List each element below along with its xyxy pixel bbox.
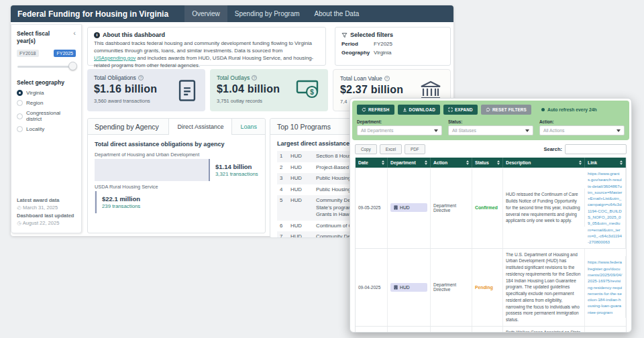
page-title: Federal Funding for Housing in Virginia: [11, 5, 175, 22]
tab-spending-by-program[interactable]: Spending by Program: [227, 5, 307, 22]
radio-selected-icon[interactable]: [17, 90, 23, 96]
cell-date: 08-21-2025: [356, 327, 388, 333]
slider-handle[interactable]: [68, 62, 77, 70]
reset-filters-button[interactable]: RESET FILTERS: [481, 105, 531, 115]
table-row[interactable]: 09-04-2025 HUD Department Directive Pend…: [356, 249, 626, 327]
filter-sidebar: Select fiscal year(s) ‹ FY2018 FY2025 Se…: [11, 24, 82, 233]
refresh-button[interactable]: REFRESH: [357, 105, 394, 115]
cell-status: Confirmed: [472, 168, 503, 248]
column-department[interactable]: Department: [388, 158, 431, 168]
table-row[interactable]: 08-21-2025 Agriculture Secretary Action …: [356, 327, 626, 333]
help-icon[interactable]: ?: [252, 75, 257, 80]
expand-button[interactable]: EXPAND: [443, 105, 478, 115]
sort-icon[interactable]: [579, 160, 582, 165]
bar-hud-transactions: 3,321 transactions: [215, 171, 258, 177]
radio-icon[interactable]: [17, 126, 23, 132]
chevron-down-icon: [434, 129, 438, 132]
sidebar-footer: Latest award data ◴ March 31, 2025 Dashb…: [17, 196, 74, 228]
cell-department: HUD: [388, 168, 431, 248]
chevron-down-icon: [616, 129, 621, 132]
tab-about-the-data[interactable]: About the Data: [307, 5, 367, 22]
usaspending-link[interactable]: USAspending.gov: [94, 55, 136, 61]
geography-option-locality[interactable]: Locality: [17, 126, 76, 132]
sort-icon[interactable]: [466, 160, 469, 165]
latest-award-date: March 31, 2025: [23, 205, 58, 211]
agency-chart-subtitle: Total direct assistance obligations by a…: [95, 141, 258, 148]
status-select[interactable]: All Statuses: [448, 125, 533, 135]
filter-period-row: Period FY2025: [341, 41, 444, 47]
help-icon[interactable]: ?: [384, 76, 390, 81]
actions-tracker-overlay: REFRESH DOWNLOAD EXPAND RESET FILTERS Au…: [350, 98, 632, 333]
cell-link[interactable]: https://www.grants.gov/search-results-de…: [585, 168, 626, 248]
radio-icon[interactable]: [17, 113, 23, 119]
cell-action: Secretary Action: [431, 327, 472, 333]
pdf-button[interactable]: PDF: [405, 144, 425, 154]
sort-icon[interactable]: [620, 160, 623, 165]
radio-icon[interactable]: [17, 100, 23, 106]
copy-button[interactable]: Copy: [355, 144, 377, 154]
column-link[interactable]: Link: [585, 158, 626, 168]
fiscal-year-slider[interactable]: [17, 62, 76, 71]
cell-description: The U.S. Department of Housing and Urban…: [503, 249, 585, 326]
action-select[interactable]: All Actions: [539, 125, 625, 135]
bar-label-hud: Department of Housing and Urban Developm…: [95, 152, 258, 158]
building-icon: [394, 205, 398, 210]
auto-refresh-indicator: Auto refresh every 24h: [541, 107, 597, 112]
cell-status: Confirmed: [472, 327, 503, 333]
tab-overview[interactable]: Overview: [184, 5, 227, 22]
geography-option-congressional-district[interactable]: Congressional district: [17, 110, 76, 122]
column-status[interactable]: Status: [472, 158, 503, 168]
column-date[interactable]: Date: [356, 158, 388, 168]
money-icon: $: [296, 79, 320, 99]
excel-button[interactable]: Excel: [380, 144, 402, 154]
header-tabs: Overview Spending by Program About the D…: [184, 5, 366, 22]
tab-loans[interactable]: Loans: [232, 119, 265, 134]
filter-period-value: FY2025: [374, 41, 392, 47]
reset-icon: [486, 107, 490, 112]
bar-usda-transactions: 239 transactions: [102, 203, 140, 209]
actions-table: Date Department Action Status Descriptio…: [355, 158, 627, 333]
slider-track: [17, 66, 75, 68]
cell-link[interactable]: https://www.federalregister.gov/document…: [585, 256, 626, 318]
search-label: Search:: [543, 146, 562, 152]
cell-department: HUD: [388, 249, 431, 326]
geography-option-virginia[interactable]: Virginia: [17, 90, 76, 96]
sort-icon[interactable]: [382, 160, 384, 165]
table-header: Date Department Action Status Descriptio…: [356, 158, 626, 168]
sort-icon[interactable]: [425, 160, 427, 165]
column-description[interactable]: Description: [503, 158, 585, 168]
cell-action: Department Directive: [431, 168, 472, 248]
column-action[interactable]: Action: [431, 158, 472, 168]
search-input[interactable]: [565, 144, 627, 154]
document-icon: [177, 79, 197, 102]
fiscal-year-label: Select fiscal year(s): [17, 30, 57, 44]
department-badge: HUD: [390, 203, 427, 212]
fiscal-year-start-badge: FY2018: [17, 50, 39, 57]
department-select[interactable]: All Departments: [357, 125, 442, 135]
cell-date: 09-04-2025: [356, 249, 388, 326]
action-filter: Action: All Actions: [539, 119, 625, 135]
filter-geography-row: Geography Virginia: [341, 50, 444, 56]
download-button[interactable]: DOWNLOAD: [398, 105, 440, 115]
tab-direct-assistance[interactable]: Direct Assistance: [168, 119, 232, 135]
selected-filters-title: Selected filters: [350, 32, 393, 38]
about-text: This dashboard tracks federal housing an…: [94, 40, 319, 70]
cell-description: HUD reissued the Continuum of Care Build…: [503, 188, 585, 227]
geography-label: Select geography: [17, 79, 76, 86]
bar-hud-value: $1.14 billion: [215, 163, 258, 170]
status-filter: Status: All Statuses: [448, 119, 533, 135]
latest-award-label: Latest award data: [17, 196, 74, 205]
info-icon: i: [94, 32, 100, 38]
bar-usda[interactable]: [95, 191, 97, 213]
about-title: About this dashboard: [103, 32, 165, 38]
table-row[interactable]: 09-05-2025 HUD Department Directive Conf…: [356, 168, 626, 249]
cell-status: Pending: [472, 249, 503, 326]
dashboard-updated-date: August 22, 2025: [23, 220, 60, 226]
expand-icon: [448, 107, 453, 112]
selected-filters-box: Selected filters Period FY2025 Geography…: [335, 27, 451, 66]
sort-icon[interactable]: [497, 160, 500, 165]
bar-hud[interactable]: [95, 159, 210, 181]
help-icon[interactable]: ?: [138, 75, 144, 80]
collapse-sidebar-icon[interactable]: ‹: [73, 30, 76, 36]
geography-option-region[interactable]: Region: [17, 100, 76, 106]
